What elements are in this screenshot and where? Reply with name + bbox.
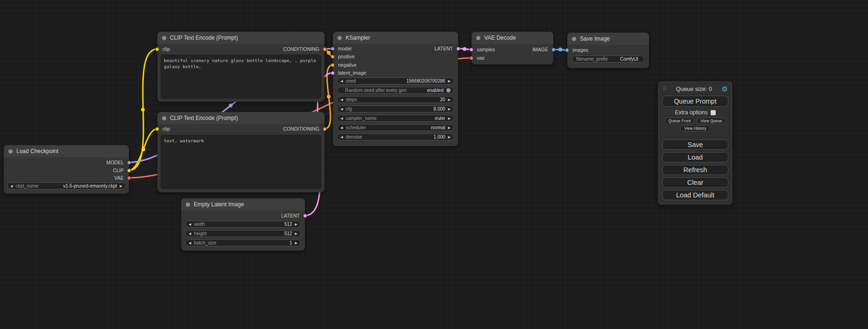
height-widget[interactable]: ◀ height 512 ▶: [185, 230, 301, 237]
batch-size-widget[interactable]: ◀ batch_size 1 ▶: [185, 239, 301, 246]
input-port-model[interactable]: model: [333, 45, 352, 52]
width-widget[interactable]: ◀ width 512 ▶: [185, 221, 301, 228]
input-port-latent-image[interactable]: latent_image: [333, 69, 366, 77]
clip-positive-title-bar[interactable]: CLIP Text Encode (Prompt): [157, 32, 325, 44]
drag-handle-icon[interactable]: ⠿: [663, 86, 666, 92]
clip-port-dot[interactable]: [155, 47, 159, 51]
vae-port-dot[interactable]: [127, 176, 131, 180]
load-checkpoint-title-bar[interactable]: Load Checkpoint: [4, 145, 129, 157]
queue-front-button[interactable]: Queue Front: [665, 118, 695, 124]
output-port-conditioning[interactable]: CONDITIONING: [283, 125, 325, 133]
seed-widget[interactable]: ◀ seed 156680208700286 ▶: [337, 77, 454, 84]
view-queue-button[interactable]: View Queue: [697, 118, 726, 124]
empty-latent-title-bar[interactable]: Empty Latent Image: [181, 198, 305, 210]
next-arrow-icon[interactable]: ▶: [448, 135, 451, 139]
prev-arrow-icon[interactable]: ◀: [340, 79, 343, 83]
image-port-dot[interactable]: [565, 48, 569, 52]
conditioning-port-dot[interactable]: [323, 127, 327, 131]
load-button[interactable]: Load: [662, 152, 728, 162]
filename-prefix-widget[interactable]: filename_prefix ComfyUI: [572, 56, 644, 63]
output-port-image[interactable]: IMAGE: [532, 46, 553, 53]
next-arrow-icon[interactable]: ▶: [448, 98, 451, 101]
next-arrow-icon[interactable]: ▶: [448, 107, 451, 111]
prev-arrow-icon[interactable]: ◀: [189, 241, 191, 245]
node-ksampler[interactable]: KSampler model positive negative latent_…: [333, 32, 458, 146]
node-load-checkpoint[interactable]: Load Checkpoint MODEL CLIP VAE ◀ ckpt_na…: [4, 145, 129, 194]
steps-widget[interactable]: ◀ steps 20 ▶: [337, 96, 454, 103]
conditioning-port-dot[interactable]: [331, 55, 335, 59]
prev-arrow-icon[interactable]: ◀: [189, 223, 191, 226]
ksampler-title-bar[interactable]: KSampler: [333, 32, 458, 44]
next-arrow-icon[interactable]: ▶: [448, 126, 451, 129]
conditioning-port-dot[interactable]: [323, 47, 327, 51]
next-arrow-icon[interactable]: ▶: [295, 232, 297, 235]
node-graph-canvas[interactable]: Load Checkpoint MODEL CLIP VAE ◀ ckpt_na…: [0, 0, 868, 329]
input-port-samples[interactable]: samples: [472, 46, 495, 53]
save-button[interactable]: Save: [662, 140, 728, 150]
input-port-negative[interactable]: negative: [333, 61, 357, 69]
node-clip-text-encode-negative[interactable]: CLIP Text Encode (Prompt) clip CONDITION…: [157, 112, 325, 192]
output-port-clip[interactable]: CLIP: [113, 167, 129, 174]
view-history-button[interactable]: View History: [680, 125, 710, 132]
input-port-images[interactable]: images: [567, 46, 588, 54]
positive-prompt-textarea[interactable]: beautiful scenery nature glass bottle la…: [161, 55, 321, 98]
node-clip-text-encode-positive[interactable]: CLIP Text Encode (Prompt) clip CONDITION…: [157, 32, 325, 102]
input-port-vae[interactable]: vae: [472, 54, 485, 62]
random-seed-toggle-widget[interactable]: Random seed after every gen enabled: [337, 87, 454, 94]
queue-prompt-button[interactable]: Queue Prompt: [662, 96, 728, 107]
node-vae-decode[interactable]: VAE Decode samples vae IMAGE: [472, 32, 553, 64]
latent-port-dot[interactable]: [303, 214, 307, 218]
latent-port-dot[interactable]: [469, 48, 473, 52]
prev-arrow-icon[interactable]: ◀: [340, 117, 343, 120]
node-status-dot: [572, 37, 576, 41]
ckpt-name-widget[interactable]: ◀ ckpt_name v1-5-pruned-emaonly.ckpt ▶: [7, 182, 126, 189]
negative-prompt-textarea[interactable]: text, watermark: [161, 135, 321, 189]
link-midpoint-dot: [558, 48, 562, 51]
next-arrow-icon[interactable]: ▶: [295, 223, 297, 226]
output-port-model[interactable]: MODEL: [106, 159, 129, 166]
node-save-image[interactable]: Save Image images filename_prefix ComfyU…: [567, 33, 649, 68]
model-port-dot[interactable]: [331, 47, 335, 51]
next-arrow-icon[interactable]: ▶: [448, 117, 451, 120]
port-label: CONDITIONING: [283, 46, 319, 52]
prev-arrow-icon[interactable]: ◀: [10, 184, 13, 188]
sampler-name-widget[interactable]: ◀ sampler_name euler ▶: [337, 115, 454, 122]
clip-port-dot[interactable]: [127, 168, 131, 173]
conditioning-port-dot[interactable]: [331, 63, 335, 67]
node-empty-latent-image[interactable]: Empty Latent Image LATENT ◀ width 512 ▶ …: [181, 198, 305, 251]
latent-port-dot[interactable]: [456, 47, 460, 51]
save-image-title-bar[interactable]: Save Image: [567, 33, 649, 45]
clip-port-dot[interactable]: [155, 127, 159, 131]
prev-arrow-icon[interactable]: ◀: [189, 232, 191, 235]
extra-options-checkbox[interactable]: [711, 110, 716, 115]
prev-arrow-icon[interactable]: ◀: [340, 98, 343, 101]
input-port-clip[interactable]: clip: [157, 125, 170, 133]
next-arrow-icon[interactable]: ▶: [448, 79, 451, 83]
prev-arrow-icon[interactable]: ◀: [340, 107, 343, 111]
clip-negative-title-bar[interactable]: CLIP Text Encode (Prompt): [157, 112, 325, 124]
input-port-clip[interactable]: clip: [157, 45, 170, 53]
toggle-dot-icon[interactable]: [446, 88, 451, 92]
prev-arrow-icon[interactable]: ◀: [340, 135, 343, 139]
settings-gear-icon[interactable]: ⚙: [722, 85, 728, 92]
cfg-widget[interactable]: ◀ cfg 8.000 ▶: [337, 105, 454, 112]
prev-arrow-icon[interactable]: ◀: [340, 126, 343, 129]
image-port-dot[interactable]: [551, 48, 556, 52]
next-arrow-icon[interactable]: ▶: [120, 184, 122, 188]
output-port-latent[interactable]: LATENT: [435, 45, 458, 52]
widget-value: 20: [440, 97, 445, 102]
output-port-conditioning[interactable]: CONDITIONING: [283, 45, 325, 53]
output-port-vae[interactable]: VAE: [114, 174, 129, 182]
vae-decode-title-bar[interactable]: VAE Decode: [472, 32, 553, 44]
input-port-positive[interactable]: positive: [333, 53, 355, 60]
refresh-button[interactable]: Refresh: [662, 165, 728, 175]
latent-port-dot[interactable]: [331, 71, 335, 75]
model-port-dot[interactable]: [127, 161, 131, 165]
output-port-latent[interactable]: LATENT: [282, 212, 305, 219]
denoise-widget[interactable]: ◀ denoise 1.000 ▶: [337, 133, 454, 140]
clear-button[interactable]: Clear: [662, 177, 728, 188]
next-arrow-icon[interactable]: ▶: [295, 241, 297, 245]
scheduler-widget[interactable]: ◀ scheduler normal ▶: [337, 124, 454, 131]
load-default-button[interactable]: Load Default: [662, 190, 728, 200]
vae-port-dot[interactable]: [469, 56, 473, 60]
